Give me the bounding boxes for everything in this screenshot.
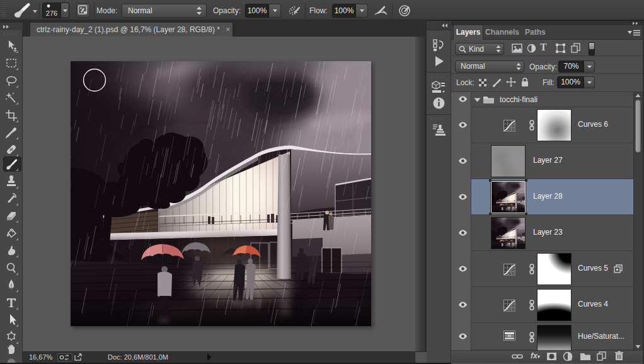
svg-text:276: 276 <box>46 9 57 17</box>
